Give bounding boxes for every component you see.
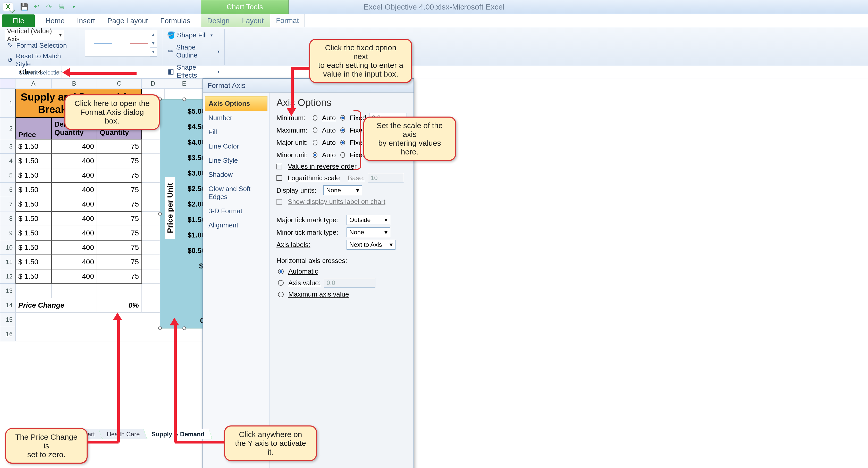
row-header[interactable]: 5 bbox=[0, 168, 16, 182]
tab-layout[interactable]: Layout bbox=[236, 14, 270, 27]
dialog-nav-item[interactable]: Glow and Soft Edges bbox=[205, 182, 268, 204]
tab-formulas[interactable]: Formulas bbox=[154, 14, 196, 27]
tab-page-layout[interactable]: Page Layout bbox=[101, 14, 154, 27]
dialog-nav-item[interactable]: Shadow bbox=[205, 168, 268, 182]
row-header[interactable]: 12 bbox=[0, 269, 16, 284]
col-header[interactable]: D bbox=[142, 78, 164, 89]
cell-price[interactable]: $ 1.50 bbox=[16, 226, 52, 240]
cell-price[interactable]: $ 1.50 bbox=[16, 255, 52, 269]
cell-supply[interactable]: 75 bbox=[97, 255, 142, 269]
cell-demand[interactable]: 400 bbox=[52, 269, 97, 284]
tab-design[interactable]: Design bbox=[201, 14, 236, 27]
cell[interactable] bbox=[16, 284, 52, 298]
radio-max-auto[interactable] bbox=[313, 127, 317, 133]
gallery-up-icon[interactable]: ▲ bbox=[150, 30, 157, 39]
dialog-nav-item[interactable]: Fill bbox=[205, 125, 268, 139]
cell-price[interactable]: $ 1.50 bbox=[16, 154, 52, 168]
col-header[interactable]: B bbox=[52, 78, 97, 89]
format-selection-button[interactable]: ✎ Format Selection bbox=[5, 40, 76, 51]
cell-supply[interactable]: 75 bbox=[97, 226, 142, 240]
cell-price[interactable]: $ 1.50 bbox=[16, 197, 52, 211]
tab-home[interactable]: Home bbox=[39, 14, 71, 27]
cell-price[interactable]: $ 1.50 bbox=[16, 182, 52, 197]
undo-icon[interactable]: ↶ bbox=[32, 2, 41, 11]
cell[interactable] bbox=[16, 327, 230, 342]
radio-haxis-max[interactable] bbox=[278, 292, 284, 297]
cell[interactable] bbox=[97, 284, 142, 298]
embedded-chart[interactable]: Price per Unit $5.00$4.50$4.00$3.50$3.00… bbox=[160, 99, 209, 328]
combo-display-units[interactable]: None▾ bbox=[323, 185, 362, 195]
cell-price[interactable]: $ 1.50 bbox=[16, 168, 52, 182]
name-box[interactable]: Chart 4 bbox=[0, 66, 62, 78]
cell-price[interactable]: $ 1.50 bbox=[16, 211, 52, 226]
cell-demand[interactable]: 400 bbox=[52, 154, 97, 168]
cell-supply[interactable]: 75 bbox=[97, 139, 142, 154]
sheet-tab-active[interactable]: Supply & Demand bbox=[143, 429, 213, 439]
cell-supply[interactable]: 75 bbox=[97, 240, 142, 255]
chk-log[interactable] bbox=[276, 175, 282, 181]
cell-supply[interactable]: 75 bbox=[97, 211, 142, 226]
shape-effects-button[interactable]: ◧Shape Effects▾ bbox=[165, 62, 222, 81]
cell-supply[interactable]: 75 bbox=[97, 154, 142, 168]
redo-icon[interactable]: ↷ bbox=[44, 2, 54, 11]
row-header[interactable]: 13 bbox=[0, 284, 16, 298]
radio-max-fixed[interactable] bbox=[340, 127, 345, 133]
radio-minor-fixed[interactable] bbox=[340, 152, 345, 158]
cell-price[interactable]: $ 1.50 bbox=[16, 269, 52, 284]
tab-format[interactable]: Format bbox=[270, 14, 305, 27]
combo-minor-tick[interactable]: None▾ bbox=[346, 227, 390, 237]
col-header[interactable]: A bbox=[16, 78, 52, 89]
cell-demand[interactable]: 400 bbox=[52, 197, 97, 211]
cell-supply[interactable]: 75 bbox=[97, 182, 142, 197]
cell-supply[interactable]: 75 bbox=[97, 197, 142, 211]
row-header[interactable]: 15 bbox=[0, 313, 16, 327]
print-icon[interactable]: 🖶 bbox=[57, 2, 66, 11]
chk-reverse[interactable] bbox=[276, 164, 282, 169]
cell-demand[interactable]: 400 bbox=[52, 182, 97, 197]
cell-price[interactable]: $ 1.50 bbox=[16, 240, 52, 255]
row-header[interactable]: 2 bbox=[0, 118, 16, 139]
price-change-value[interactable]: 0% bbox=[97, 298, 142, 313]
save-icon[interactable]: 💾 bbox=[20, 2, 29, 11]
cell-demand[interactable]: 400 bbox=[52, 226, 97, 240]
cell[interactable] bbox=[52, 284, 97, 298]
cell-demand[interactable]: 400 bbox=[52, 240, 97, 255]
select-all-corner[interactable] bbox=[0, 78, 16, 89]
col-header[interactable]: E bbox=[164, 78, 204, 89]
cell-price[interactable]: $ 1.50 bbox=[16, 139, 52, 154]
header-price[interactable]: Price bbox=[16, 118, 52, 139]
row-header[interactable]: 6 bbox=[0, 182, 16, 197]
shape-style-gallery[interactable]: ▲ ▼ ▾ bbox=[85, 30, 157, 57]
radio-haxis-value[interactable] bbox=[278, 280, 284, 286]
row-header[interactable]: 8 bbox=[0, 211, 16, 226]
cell-demand[interactable]: 400 bbox=[52, 139, 97, 154]
row-header[interactable]: 1 bbox=[0, 89, 16, 118]
cell-supply[interactable]: 75 bbox=[97, 168, 142, 182]
dialog-nav-item[interactable]: Line Color bbox=[205, 139, 268, 153]
radio-min-auto[interactable] bbox=[313, 115, 317, 121]
chart-y-axis-title[interactable]: Price per Unit bbox=[165, 177, 175, 239]
dialog-nav-item[interactable]: Axis Options bbox=[205, 96, 268, 111]
shape-outline-button[interactable]: ✏Shape Outline▾ bbox=[165, 42, 222, 61]
radio-min-fixed[interactable] bbox=[340, 115, 345, 121]
dialog-nav-item[interactable]: Line Style bbox=[205, 153, 268, 168]
shape-fill-button[interactable]: 🪣Shape Fill▾ bbox=[165, 30, 222, 40]
gallery-down-icon[interactable]: ▼ bbox=[150, 39, 157, 48]
tab-insert[interactable]: Insert bbox=[71, 14, 101, 27]
cell-demand[interactable]: 400 bbox=[52, 211, 97, 226]
combo-axis-labels[interactable]: Next to Axis▾ bbox=[346, 240, 396, 250]
radio-major-auto[interactable] bbox=[313, 140, 317, 145]
cell-demand[interactable]: 400 bbox=[52, 168, 97, 182]
price-change-label[interactable]: Price Change bbox=[16, 298, 97, 313]
tab-file[interactable]: File bbox=[2, 14, 35, 27]
radio-major-fixed[interactable] bbox=[340, 140, 345, 145]
row-header[interactable]: 7 bbox=[0, 197, 16, 211]
cell-supply[interactable]: 75 bbox=[97, 269, 142, 284]
row-header[interactable]: 10 bbox=[0, 240, 16, 255]
row-header[interactable]: 16 bbox=[0, 327, 16, 342]
cell-demand[interactable]: 400 bbox=[52, 255, 97, 269]
customize-qat-icon[interactable]: ▾ bbox=[69, 2, 78, 11]
dialog-nav-item[interactable]: 3-D Format bbox=[205, 204, 268, 218]
row-header[interactable]: 4 bbox=[0, 154, 16, 168]
gallery-more-icon[interactable]: ▾ bbox=[150, 48, 157, 56]
